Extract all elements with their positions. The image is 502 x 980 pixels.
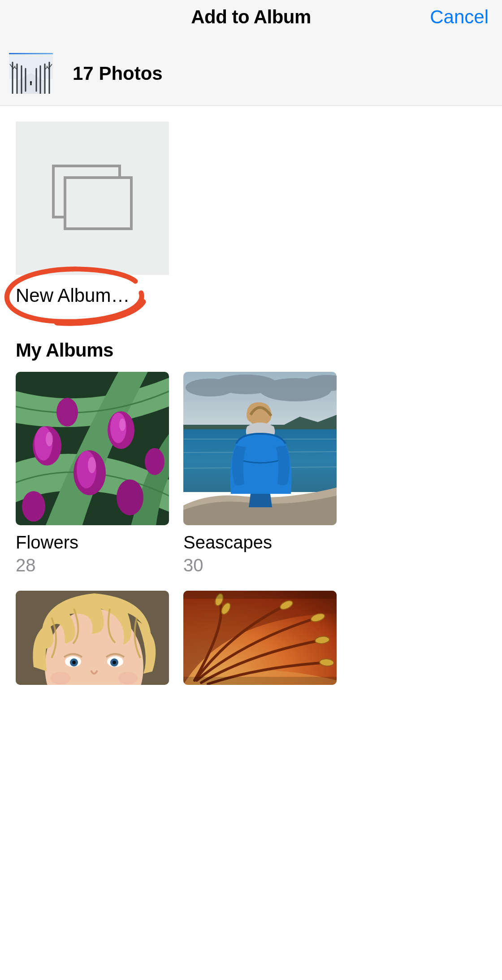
new-album-label[interactable]: New Album… xyxy=(16,285,130,306)
modal-title: Add to Album xyxy=(0,6,502,28)
album-item[interactable]: Flowers 28 xyxy=(16,372,169,575)
cancel-button[interactable]: Cancel xyxy=(430,6,489,28)
svg-rect-62 xyxy=(183,677,337,685)
svg-point-47 xyxy=(72,661,76,664)
album-count: 30 xyxy=(183,555,337,575)
album-item[interactable]: Seascapes 30 xyxy=(183,372,337,575)
album-item[interactable] xyxy=(183,591,337,685)
svg-point-52 xyxy=(118,672,138,684)
album-cover xyxy=(16,591,169,685)
selection-count-label: 17 Photos xyxy=(73,63,163,84)
album-cover xyxy=(183,372,337,525)
svg-rect-60 xyxy=(183,591,337,685)
album-cover xyxy=(16,372,169,525)
modal-header: Add to Album Cancel xyxy=(0,0,502,106)
album-name: Seascapes xyxy=(183,532,337,553)
svg-point-50 xyxy=(113,661,116,664)
selection-thumbnail xyxy=(9,53,54,94)
svg-point-28 xyxy=(22,491,45,522)
albums-grid: Flowers 28 xyxy=(16,372,486,685)
album-item[interactable] xyxy=(16,591,169,685)
svg-point-32 xyxy=(119,418,126,431)
svg-point-26 xyxy=(56,398,78,427)
svg-point-31 xyxy=(88,457,96,473)
svg-rect-18 xyxy=(30,83,31,85)
svg-point-51 xyxy=(51,672,70,684)
svg-rect-61 xyxy=(183,591,337,599)
stacked-photos-icon xyxy=(52,165,133,232)
album-name: Flowers xyxy=(16,532,169,553)
section-title-my-albums: My Albums xyxy=(16,340,486,361)
selection-summary: 17 Photos xyxy=(9,53,163,94)
new-album-tile[interactable] xyxy=(16,122,169,275)
svg-point-27 xyxy=(117,479,143,515)
svg-point-29 xyxy=(145,448,164,475)
album-cover xyxy=(183,591,337,685)
album-count: 28 xyxy=(16,555,169,575)
svg-point-30 xyxy=(46,432,53,446)
